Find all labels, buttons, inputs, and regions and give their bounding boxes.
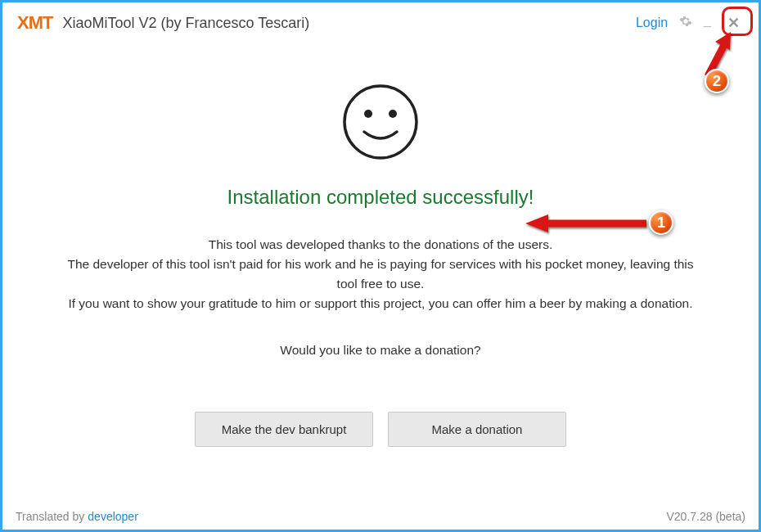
annotation-badge-1: 1 [649, 210, 673, 235]
annotation-badge-2: 2 [705, 69, 729, 93]
login-link[interactable]: Login [636, 16, 668, 30]
body-text: This tool was developed thanks to the do… [57, 235, 704, 313]
smiley-icon [340, 81, 421, 163]
footer-left: Translated by developer [16, 510, 138, 523]
close-icon[interactable]: ✕ [723, 12, 744, 34]
svg-point-2 [389, 110, 397, 118]
app-title: XiaoMiTool V2 (by Francesco Tescari) [62, 15, 309, 32]
translated-by-label: Translated by [16, 510, 84, 523]
svg-point-0 [344, 86, 417, 158]
body-line-3: If you want to show your gratitude to hi… [57, 294, 704, 313]
bankrupt-button[interactable]: Make the dev bankrupt [195, 412, 373, 447]
main-content: Installation completed successfully! Thi… [2, 40, 759, 505]
success-message: Installation completed successfully! [227, 186, 534, 209]
svg-point-1 [364, 110, 372, 118]
donate-button[interactable]: Make a donation [388, 412, 566, 447]
titlebar: XMT XiaoMiTool V2 (by Francesco Tescari)… [2, 2, 759, 40]
titlebar-left: XMT XiaoMiTool V2 (by Francesco Tescari) [17, 12, 309, 34]
gear-icon[interactable] [679, 15, 692, 31]
body-line-1: This tool was developed thanks to the do… [57, 235, 704, 255]
translator-link[interactable]: developer [88, 510, 138, 523]
titlebar-right: Login _ ✕ [636, 12, 744, 34]
body-line-2: The developer of this tool isn't paid fo… [57, 255, 704, 294]
logo: XMT [17, 12, 52, 34]
donation-question: Would you like to make a donation? [280, 343, 480, 358]
version-label: V20.7.28 (beta) [666, 510, 745, 523]
button-row: Make the dev bankrupt Make a donation [195, 412, 566, 447]
app-window: XMT XiaoMiTool V2 (by Francesco Tescari)… [0, 0, 761, 532]
minimize-icon[interactable]: _ [704, 13, 711, 33]
footer: Translated by developer V20.7.28 (beta) [2, 505, 759, 530]
